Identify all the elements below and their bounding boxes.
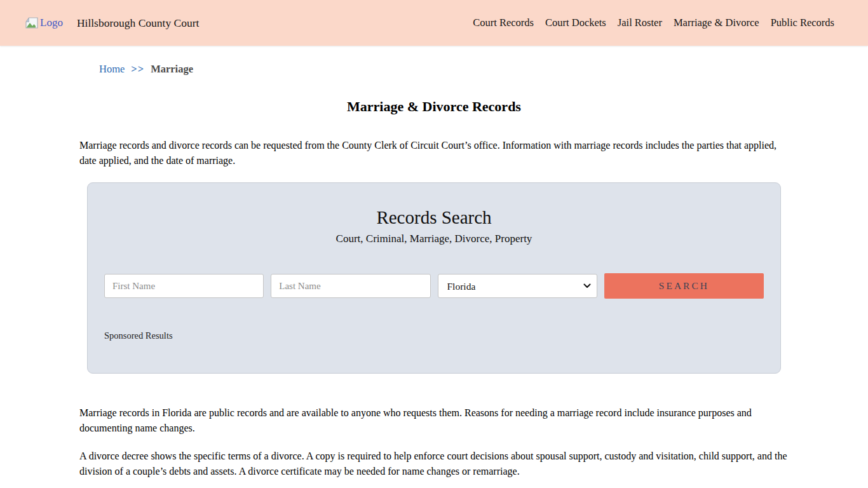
breadcrumb-current: Marriage bbox=[151, 63, 193, 76]
nav-item-public-records[interactable]: Public Records bbox=[771, 17, 834, 29]
search-panel-title: Records Search bbox=[104, 207, 764, 228]
intro-paragraph: Marriage records and divorce records can… bbox=[79, 138, 789, 168]
search-form: Florida SEARCH bbox=[104, 273, 764, 299]
last-name-input[interactable] bbox=[271, 274, 430, 298]
breadcrumb-home-link[interactable]: Home bbox=[99, 63, 125, 76]
breadcrumb: Home >> Marriage bbox=[79, 63, 789, 76]
first-name-input[interactable] bbox=[104, 274, 264, 298]
nav-item-court-dockets[interactable]: Court Dockets bbox=[545, 17, 606, 29]
search-button[interactable]: SEARCH bbox=[604, 273, 764, 299]
divorce-decree-paragraph: A divorce decree shows the specific term… bbox=[79, 449, 789, 479]
public-records-paragraph: Marriage records in Florida are public r… bbox=[79, 405, 789, 436]
records-search-panel: Records Search Court, Criminal, Marriage… bbox=[87, 182, 781, 374]
header: Logo Hillsborough County Court Court Rec… bbox=[0, 0, 868, 46]
logo-alt-text: Logo bbox=[40, 17, 63, 29]
broken-image-icon bbox=[25, 17, 38, 29]
page-title: Marriage & Divorce Records bbox=[79, 98, 789, 115]
logo-link[interactable]: Logo bbox=[25, 17, 63, 29]
main-nav: Court Records Court Dockets Jail Roster … bbox=[473, 17, 834, 29]
nav-item-jail-roster[interactable]: Jail Roster bbox=[618, 17, 662, 29]
nav-item-court-records[interactable]: Court Records bbox=[473, 17, 534, 29]
breadcrumb-separator: >> bbox=[131, 63, 144, 76]
state-select[interactable]: Florida bbox=[438, 274, 597, 298]
state-select-wrap: Florida bbox=[438, 274, 597, 298]
nav-item-marriage-divorce[interactable]: Marriage & Divorce bbox=[674, 17, 759, 29]
search-panel-subtitle: Court, Criminal, Marriage, Divorce, Prop… bbox=[104, 233, 764, 245]
sponsored-results-label: Sponsored Results bbox=[104, 330, 764, 341]
site-title: Hillsborough County Court bbox=[77, 17, 200, 30]
